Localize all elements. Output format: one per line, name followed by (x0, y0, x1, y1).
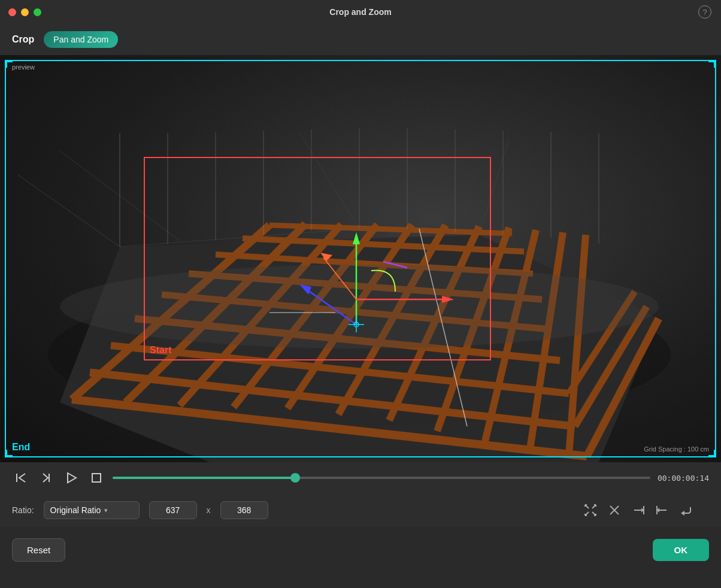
window-controls (8, 8, 41, 16)
bottom-bar: Reset OK (0, 527, 721, 572)
trim-end-button[interactable] (628, 499, 649, 521)
svg-point-25 (60, 265, 659, 348)
height-input[interactable] (220, 501, 268, 519)
timeline-thumb[interactable] (290, 473, 300, 483)
preview-label: preview (12, 63, 35, 71)
fit-icon-button[interactable] (580, 499, 601, 521)
return-icon-button[interactable] (675, 499, 697, 521)
toolbar: Crop Pan and Zoom (0, 24, 721, 55)
svg-marker-58 (68, 473, 76, 483)
timeline-track[interactable] (113, 477, 650, 479)
play-button[interactable] (62, 469, 80, 487)
width-input[interactable] (149, 501, 197, 519)
chevron-down-icon: ▾ (104, 507, 108, 514)
step-forward-button[interactable] (37, 469, 55, 487)
tab-crop[interactable]: Crop (12, 34, 34, 45)
scene-svg (0, 55, 721, 462)
help-icon[interactable]: ? (698, 5, 711, 19)
minimize-button[interactable] (21, 8, 29, 16)
svg-marker-80 (681, 511, 684, 516)
playback-bar: 00:00:00:14 (0, 462, 721, 493)
ratio-value: Original Ratio (50, 505, 101, 515)
x-separator: x (207, 505, 211, 515)
title-bar: Crop and Zoom ? (0, 0, 721, 24)
maximize-button[interactable] (34, 8, 41, 16)
video-area: Start preview End Grid Spacing : 100 cm (0, 55, 721, 462)
ok-button[interactable]: OK (653, 539, 710, 561)
stop-button[interactable] (87, 469, 105, 487)
close-button[interactable] (8, 8, 16, 16)
rewind-button[interactable] (12, 469, 30, 487)
tab-pan-zoom[interactable]: Pan and Zoom (44, 31, 118, 48)
svg-line-29 (479, 139, 509, 235)
trim-start-button[interactable] (652, 499, 673, 521)
ratio-select[interactable]: Original Ratio ▾ (44, 501, 140, 519)
ratio-label: Ratio: (12, 505, 34, 515)
timeline-fill (113, 477, 295, 479)
ratio-bar: Ratio: Original Ratio ▾ x (0, 493, 721, 527)
svg-rect-59 (92, 474, 101, 482)
svg-marker-45 (353, 232, 360, 244)
svg-line-28 (299, 133, 359, 229)
close-icon-button[interactable] (604, 499, 625, 521)
grid-spacing-label: Grid Spacing : 100 cm (644, 445, 709, 453)
time-display: 00:00:00:14 (658, 474, 709, 483)
window-title: Crop and Zoom (329, 7, 391, 17)
reset-button[interactable]: Reset (12, 538, 65, 562)
crop-end-label: End (12, 442, 30, 453)
icon-row (580, 499, 697, 521)
svg-line-26 (18, 175, 120, 247)
